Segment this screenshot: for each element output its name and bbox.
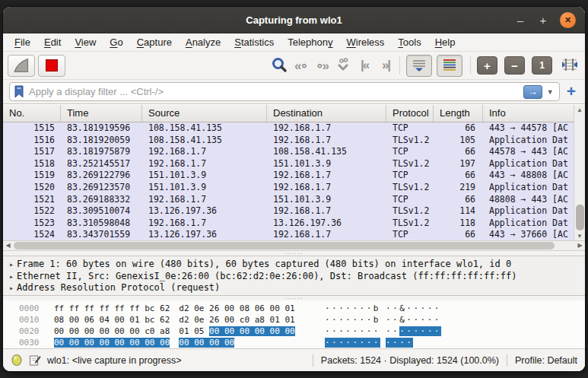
horizontal-scrollbar-thumb[interactable] — [14, 242, 555, 249]
find-packet-button[interactable] — [269, 55, 290, 76]
zoom-100-button[interactable]: 1 — [532, 56, 552, 75]
maximize-button[interactable]: + — [537, 14, 549, 27]
menu-view[interactable]: View — [68, 35, 103, 49]
ascii-bytes[interactable]: ········ — [325, 338, 380, 348]
go-forward-button[interactable]: ∘» — [311, 55, 332, 76]
scroll-left-arrow[interactable]: ◀ — [3, 241, 13, 250]
go-back-button[interactable]: «∘ — [290, 55, 311, 76]
ascii-bytes[interactable]: ··&····· — [386, 315, 441, 325]
packet-time: 83.310598048 — [61, 218, 142, 230]
packet-time: 83.181975879 — [61, 146, 142, 158]
column-header-source[interactable]: Source — [142, 105, 267, 122]
ascii-bytes[interactable]: ···· — [386, 338, 414, 348]
hex-bytes[interactable]: 01 05 — [179, 326, 209, 336]
column-header-info[interactable]: Info — [483, 105, 585, 122]
vertical-scrollbar-thumb[interactable] — [576, 205, 584, 230]
scroll-right-arrow[interactable]: ▶ — [575, 241, 585, 250]
column-header-length[interactable]: Length — [434, 105, 483, 122]
hex-bytes[interactable]: 08 00 06 04 00 01 bc 62 — [54, 315, 170, 325]
menu-help[interactable]: Help — [428, 35, 462, 49]
menu-file[interactable]: File — [8, 35, 37, 49]
zoom-out-button[interactable]: − — [504, 56, 525, 75]
hex-bytes[interactable]: 00 00 00 00 — [179, 338, 234, 348]
menu-wireless[interactable]: Wireless — [340, 35, 392, 49]
packet-destination: 192.168.1.7 — [267, 205, 386, 218]
expander-icon[interactable]: ▸ — [6, 282, 17, 294]
menu-analyze[interactable]: Analyze — [179, 35, 227, 49]
hex-bytes[interactable]: d2 0e 26 00 08 06 00 01 — [179, 303, 294, 313]
expander-icon[interactable]: ▸ — [6, 259, 17, 271]
profile-selector[interactable]: Profile: Default — [515, 355, 577, 366]
scroll-up-arrow[interactable]: ▲ — [574, 105, 585, 115]
ascii-bytes[interactable]: ··&····· — [386, 303, 441, 313]
detail-line[interactable]: ▸Ethernet II, Src: GenexisI_0e:26:00 (bc… — [3, 271, 585, 283]
column-header-protocol[interactable]: Protocol — [386, 105, 434, 122]
packet-row[interactable]: 151983.269122796151.101.3.9192.168.1.7TC… — [3, 170, 585, 182]
add-filter-button[interactable]: + — [560, 84, 579, 100]
menu-capture[interactable]: Capture — [130, 35, 179, 49]
hex-row: 0000ff ff ff ff ff ff bc 62d2 0e 26 00 0… — [3, 303, 585, 314]
ascii-bytes[interactable]: ······ — [399, 326, 441, 336]
hex-column: 00 00 00 00 00 00 c0 a801 05 00 00 00 00… — [54, 326, 305, 337]
zoom-in-button[interactable]: + — [477, 56, 497, 75]
column-header-no[interactable]: No. — [3, 105, 61, 122]
packet-destination: 192.168.1.7 — [267, 122, 386, 135]
packet-info: 48808 → 443 [AC — [483, 194, 585, 206]
menu-telephony[interactable]: Telephony — [281, 35, 339, 49]
packet-source: 192.168.1.7 — [142, 146, 267, 158]
ascii-column: ············ — [325, 337, 413, 348]
auto-scroll-button[interactable] — [406, 55, 432, 77]
packet-row[interactable]: 152283.30951007413.126.197.36192.168.1.7… — [3, 205, 585, 218]
close-button[interactable]: ✕ — [560, 12, 576, 28]
detail-line[interactable]: ▸Address Resolution Protocol (request) — [3, 282, 585, 294]
menu-statistics[interactable]: Statistics — [227, 35, 281, 49]
capture-comment-icon[interactable] — [29, 354, 41, 367]
display-filter-field[interactable]: → ▼ — [9, 82, 560, 101]
ascii-bytes[interactable]: ·······b — [325, 315, 380, 325]
go-to-packet-button[interactable] — [332, 55, 354, 76]
colorize-button[interactable] — [437, 55, 462, 77]
filter-bookmark-icon[interactable] — [14, 85, 24, 99]
ascii-bytes[interactable]: ········ — [325, 326, 380, 336]
detail-line[interactable]: ▸Frame 1: 60 bytes on wire (480 bits), 6… — [3, 259, 585, 271]
menu-tools[interactable]: Tools — [391, 35, 427, 49]
hex-bytes[interactable]: 00 00 00 00 00 00 00 00 — [54, 338, 170, 348]
packet-row[interactable]: 151783.181975879192.168.1.7108.158.41.13… — [3, 146, 585, 158]
packet-no: 1517 — [3, 146, 61, 158]
menu-edit[interactable]: Edit — [37, 35, 68, 49]
column-header-time[interactable]: Time — [61, 105, 142, 122]
packet-row[interactable]: 151583.181919596108.158.41.135192.168.1.… — [3, 122, 585, 135]
stop-capture-button[interactable] — [38, 55, 65, 77]
hex-bytes[interactable]: ff ff ff ff ff ff bc 62 — [54, 303, 170, 313]
packet-length: 105 — [434, 135, 483, 147]
ascii-bytes[interactable]: ·······b — [325, 303, 380, 313]
expert-info-icon[interactable] — [11, 354, 23, 367]
hex-bytes[interactable]: 00 00 00 00 00 00 c0 a8 — [54, 326, 170, 336]
start-capture-button[interactable] — [8, 55, 35, 77]
expander-icon[interactable]: ▸ — [6, 271, 17, 283]
hex-bytes[interactable]: d2 0e 26 00 c0 a8 01 01 — [179, 315, 294, 325]
packet-row[interactable]: 152083.269123570151.101.3.9192.168.1.7TL… — [3, 182, 585, 194]
title-bar[interactable]: Capturing from wlo1 – + ✕ — [3, 7, 585, 33]
packet-row[interactable]: 151883.252145517192.168.1.7151.101.3.9TL… — [3, 158, 585, 170]
packet-time: 83.252145517 — [61, 158, 142, 170]
stop-icon — [46, 59, 58, 71]
go-last-packet-button[interactable]: »| — [375, 55, 396, 76]
hex-bytes[interactable]: 00 00 00 00 00 00 — [209, 326, 295, 336]
ascii-bytes[interactable]: ·· — [386, 326, 399, 336]
horizontal-scrollbar[interactable]: ◀ ▶ — [3, 240, 585, 251]
menu-go[interactable]: Go — [103, 35, 129, 49]
apply-filter-button[interactable]: → — [523, 85, 542, 99]
packet-row[interactable]: 151683.181920059108.158.41.135192.168.1.… — [3, 135, 585, 147]
packet-row[interactable]: 152183.269188332192.168.1.7151.101.3.9TC… — [3, 194, 585, 206]
display-filter-input[interactable] — [29, 86, 523, 97]
hex-offset: 0020 — [19, 326, 44, 337]
filter-dropdown-caret[interactable]: ▼ — [542, 88, 556, 96]
minimize-button[interactable]: – — [514, 14, 526, 27]
packet-row[interactable]: 152483.34370155913.126.197.36192.168.1.7… — [3, 229, 585, 241]
vertical-scrollbar[interactable]: ▲ ▼ — [574, 105, 585, 241]
go-first-packet-button[interactable]: |« — [354, 55, 375, 76]
column-header-destination[interactable]: Destination — [267, 105, 386, 122]
resize-columns-button[interactable] — [559, 55, 580, 76]
packet-row[interactable]: 152383.310598048192.168.1.713.126.197.36… — [3, 218, 585, 230]
